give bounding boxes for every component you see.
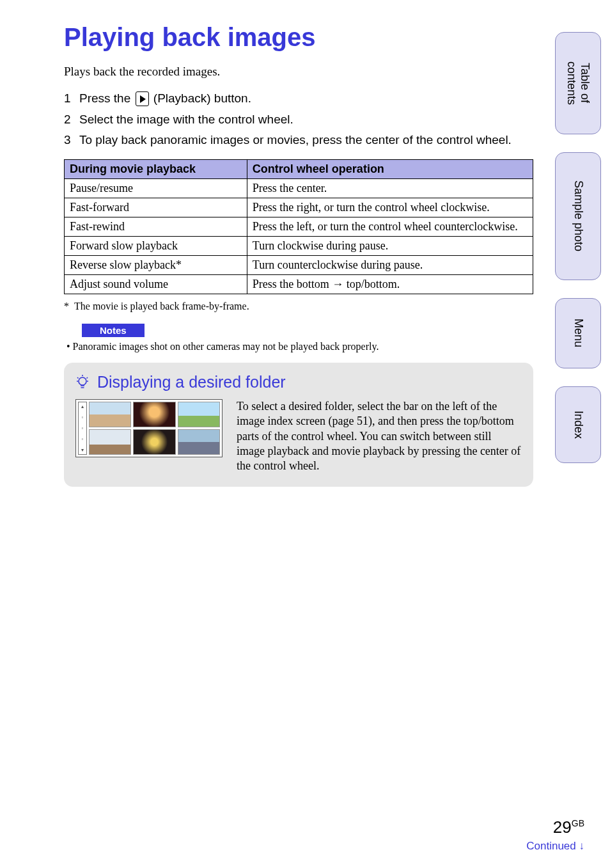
table-row: Adjust sound volumePress the bottom → to… <box>65 274 533 294</box>
table-row: Fast-rewindPress the left, or turn the c… <box>65 217 533 236</box>
tab-sample-photo[interactable]: Sample photo <box>555 152 601 280</box>
tip-box: Displaying a desired folder ▴▫▫▫▾ <box>64 363 533 487</box>
step-3: 3 To play back panoramic images or movie… <box>64 132 533 149</box>
page-region: GB <box>572 818 584 828</box>
notes-label: Notes <box>82 324 145 337</box>
table-row: Fast-forwardPress the right, or turn the… <box>65 198 533 217</box>
thumbnail <box>178 402 220 427</box>
table-header: During movie playback <box>65 159 247 178</box>
table-header: Control wheel operation <box>247 159 533 178</box>
playback-icon <box>136 91 149 106</box>
step-text-pre: Press the <box>79 91 134 105</box>
footnote-mark: * <box>64 301 69 312</box>
tip-title: Displaying a desired folder <box>75 373 522 391</box>
thumbnail <box>89 402 131 427</box>
table-cell: Adjust sound volume <box>65 274 247 294</box>
table-cell: Turn counterclockwise during pause. <box>247 255 533 274</box>
step-number: 2 <box>64 111 74 129</box>
lightbulb-icon <box>75 374 90 390</box>
table-cell: Press the right, or turn the control whe… <box>247 198 533 217</box>
table-cell: Fast-rewind <box>65 217 247 236</box>
table-cell: Press the left, or turn the control whee… <box>247 217 533 236</box>
continued-indicator: Continued ↓ <box>526 840 584 853</box>
step-2: 2 Select the image with the control whee… <box>64 111 533 129</box>
footnote-text: The movie is played back frame-by-frame. <box>74 301 249 312</box>
page-number-value: 29 <box>553 817 572 837</box>
step-text: To play back panoramic images or movies,… <box>79 132 533 149</box>
index-screen-illustration: ▴▫▫▫▾ <box>75 399 223 457</box>
table-cell: Fast-forward <box>65 198 247 217</box>
tip-title-text: Displaying a desired folder <box>97 373 286 391</box>
page-title: Playing back images <box>64 23 533 52</box>
notes-item: Panoramic images shot on other cameras m… <box>64 341 533 352</box>
step-number: 1 <box>64 90 74 107</box>
step-1: 1 Press the (Playback) button. <box>64 90 533 107</box>
index-scrollbar: ▴▫▫▫▾ <box>78 402 87 455</box>
thumbnail <box>133 429 175 455</box>
tab-table-of-contents[interactable]: Table of contents <box>555 32 601 134</box>
thumbnail <box>178 429 220 455</box>
tab-menu[interactable]: Menu <box>555 298 601 368</box>
table-cell: Pause/resume <box>65 178 247 198</box>
table-cell: Reverse slow playback* <box>65 255 247 274</box>
thumbnail <box>89 429 131 455</box>
table-row: Pause/resumePress the center. <box>65 178 533 198</box>
side-tabs: Table of contents Sample photo Menu Inde… <box>555 32 601 463</box>
table-cell: Turn clockwise during pause. <box>247 236 533 255</box>
step-text: Select the image with the control wheel. <box>79 111 533 129</box>
table-cell: Forward slow playback <box>65 236 247 255</box>
page-number: 29GB <box>526 817 584 837</box>
tab-index[interactable]: Index <box>555 386 601 463</box>
tip-text: To select a desired folder, select the b… <box>237 399 522 474</box>
step-number: 3 <box>64 132 74 149</box>
playback-table: During movie playback Control wheel oper… <box>64 159 533 294</box>
table-row: Forward slow playbackTurn clockwise duri… <box>65 236 533 255</box>
footnote: * The movie is played back frame-by-fram… <box>64 301 533 312</box>
table-cell: Press the center. <box>247 178 533 198</box>
table-cell: Press the bottom → top/bottom. <box>247 274 533 294</box>
svg-point-0 <box>79 377 86 385</box>
step-text-post: (Playback) button. <box>153 91 251 105</box>
step-text: Press the (Playback) button. <box>79 90 533 107</box>
steps-list: 1 Press the (Playback) button. 2 Select … <box>64 90 533 149</box>
thumbnail <box>133 402 175 427</box>
table-row: Reverse slow playback*Turn counterclockw… <box>65 255 533 274</box>
intro-text: Plays back the recorded images. <box>64 65 533 79</box>
page-footer: 29GB Continued ↓ <box>526 817 584 853</box>
